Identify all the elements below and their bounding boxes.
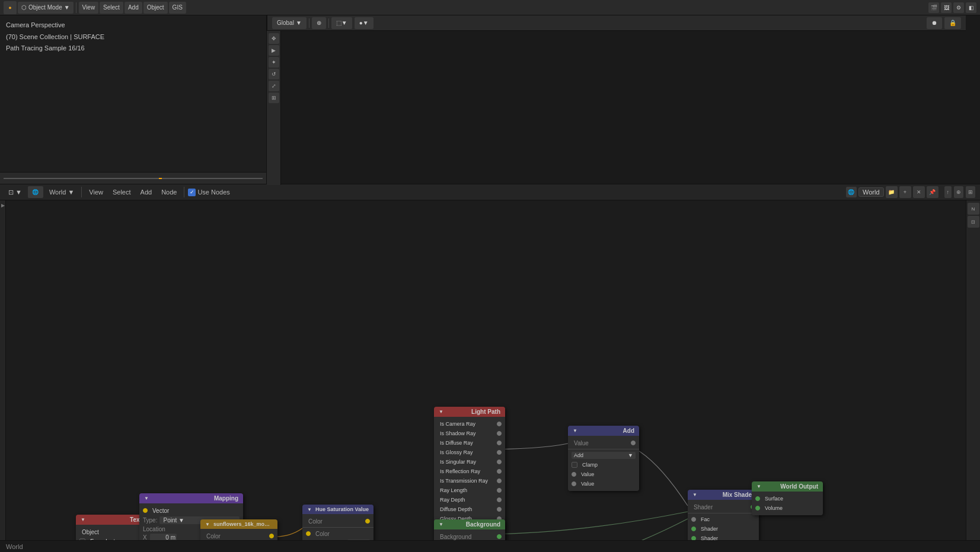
vector-in-label: Vector bbox=[150, 508, 240, 514]
shading-btn[interactable]: ●▼ bbox=[355, 17, 374, 29]
use-nodes-label: Use Nodes bbox=[197, 189, 229, 196]
node-right-panel: N ⊡ bbox=[966, 200, 980, 540]
lt-rotate[interactable]: ↺ bbox=[269, 69, 279, 79]
select-menu[interactable]: Select bbox=[100, 2, 123, 14]
add-menu-node[interactable]: Add bbox=[137, 186, 156, 199]
global-selector[interactable]: Global ▼ bbox=[272, 17, 307, 29]
add-node[interactable]: ▼ Add Value Add ▼ bbox=[568, 426, 639, 491]
mixshader-out-label: Shader bbox=[691, 504, 751, 510]
hue-sat-node-1[interactable]: ▼ Hue Saturation Value Color Color Hue bbox=[302, 505, 374, 540]
world-new-btn[interactable]: + bbox=[899, 186, 911, 198]
worldout-body: Surface Volume bbox=[752, 492, 823, 515]
collapse-arrow[interactable]: ▶ bbox=[1, 203, 5, 208]
bg1-title: Background bbox=[466, 521, 500, 528]
hue1-in: Color bbox=[302, 529, 374, 538]
node-right-2[interactable]: ⊡ bbox=[968, 216, 979, 228]
add-val-out-label: Value bbox=[572, 440, 631, 446]
add-op-dropdown[interactable]: Add ▼ bbox=[572, 452, 636, 459]
loc-x-field[interactable]: 0 m bbox=[150, 534, 177, 540]
lp-camera-row: Is Camera Ray bbox=[434, 419, 505, 429]
background-node-1[interactable]: ▼ Background Background Color Strength bbox=[434, 519, 505, 540]
lightpath-header: ▼ Light Path bbox=[434, 407, 505, 417]
envtex-title: sunflowers_16k_modified.hdr bbox=[213, 521, 273, 527]
node-editor-world-btn[interactable]: World ▼ bbox=[46, 186, 78, 199]
use-nodes-toggle[interactable]: ✓ Use Nodes bbox=[188, 189, 229, 196]
node-menu-node[interactable]: Node bbox=[158, 186, 180, 199]
object-menu[interactable]: Object bbox=[143, 2, 168, 14]
node-zoom-btn[interactable]: ⊕ bbox=[954, 186, 963, 198]
mode-icon: ⬡ bbox=[21, 4, 27, 11]
scene-icon[interactable]: 🎬 bbox=[928, 2, 939, 13]
mode-dropdown-icon: ▼ bbox=[64, 4, 70, 11]
node-editor-world-icon[interactable]: 🌐 bbox=[28, 186, 43, 198]
node-canvas[interactable]: ▼ Texture Coordinate Object From Instanc… bbox=[6, 200, 966, 540]
mixshader-header: ▼ Mix Shader bbox=[688, 490, 759, 500]
node-left-panel: ▶ bbox=[0, 200, 6, 540]
hue1-color-in: Color bbox=[302, 516, 374, 526]
global-label: Global bbox=[277, 20, 294, 26]
lp-raylength-row: Ray Length bbox=[434, 486, 505, 495]
world-name-text: World bbox=[863, 189, 880, 196]
lt-transform[interactable]: ⊞ bbox=[269, 92, 279, 103]
add-title: Add bbox=[623, 427, 634, 434]
node-up-btn[interactable]: ↑ bbox=[944, 186, 952, 198]
lt-scale[interactable]: ⤢ bbox=[269, 81, 279, 91]
node-editor-mode-btn[interactable]: ⊡ ▼ bbox=[5, 186, 25, 199]
from-instancer-checkbox[interactable] bbox=[79, 538, 85, 540]
world-pin-btn[interactable]: 📌 bbox=[927, 186, 938, 198]
world-icon-small: 🌐 bbox=[846, 187, 857, 197]
path-tracing-label: Path Tracing Sample 16/16 bbox=[6, 43, 260, 54]
world-dropdown-icon: ▼ bbox=[68, 189, 74, 196]
type-label: Type: bbox=[143, 517, 157, 524]
clamp-checkbox[interactable] bbox=[572, 462, 577, 468]
add-val1-in: Value bbox=[568, 470, 639, 479]
mixshader-body: Shader Fac Shader Shader bbox=[688, 500, 759, 540]
mixshader-sh1-in: Shader bbox=[688, 524, 759, 534]
cursor-btn[interactable]: ⊕ bbox=[312, 17, 326, 29]
worldout-volume-label: Volume bbox=[762, 505, 819, 511]
mirror-btn[interactable]: 🔒 bbox=[944, 17, 961, 29]
render-icon[interactable]: 🖼 bbox=[941, 2, 952, 13]
lp-camera-socket bbox=[497, 422, 502, 426]
mapping-collapse: ▼ bbox=[144, 496, 149, 501]
gis-menu[interactable]: GIS bbox=[169, 2, 186, 14]
toggle-icon[interactable]: ◧ bbox=[966, 2, 976, 13]
lt-cursor[interactable]: ✥ bbox=[269, 33, 279, 44]
use-nodes-checkbox-icon: ✓ bbox=[188, 189, 196, 196]
lt-grab[interactable]: ✦ bbox=[269, 57, 279, 68]
view-menu-node[interactable]: View bbox=[85, 186, 107, 199]
world-name-field[interactable]: World bbox=[858, 187, 884, 197]
select-menu-node[interactable]: Select bbox=[109, 186, 135, 199]
envtex-color-out bbox=[269, 534, 274, 538]
lp-camera-label: Is Camera Ray bbox=[438, 421, 497, 427]
left-toolbar-3d: ✥ ▶ ✦ ↺ ⤢ ⊞ bbox=[267, 31, 281, 185]
add-body: Value Add ▼ Clamp bbox=[568, 436, 639, 491]
view-menu[interactable]: View bbox=[79, 2, 99, 14]
hue1-in-label: Color bbox=[313, 531, 370, 537]
add-menu[interactable]: Add bbox=[125, 2, 142, 14]
node-right-1[interactable]: N bbox=[968, 203, 979, 215]
env-texture-node[interactable]: ▼ sunflowers_16k_modified.hdr Color bbox=[200, 519, 277, 540]
envtex-header: ▼ sunflowers_16k_modified.hdr bbox=[200, 519, 277, 529]
node-grid-btn[interactable]: ⊞ bbox=[966, 186, 975, 198]
lp-singular-row: Is Singular Ray bbox=[434, 457, 505, 467]
overlay-btn[interactable]: ⬚▼ bbox=[331, 17, 352, 29]
blender-logo[interactable]: ● bbox=[4, 1, 17, 14]
world-close-btn[interactable]: ✕ bbox=[913, 186, 925, 198]
mode-selector[interactable]: ⬡ Object Mode ▼ bbox=[18, 2, 74, 14]
settings-icon[interactable]: ⚙ bbox=[953, 2, 964, 13]
lp-diffusedepth-row: Diffuse Depth bbox=[434, 505, 505, 514]
mix-shader-node[interactable]: ▼ Mix Shader Shader Fac Shader bbox=[688, 490, 759, 540]
mixshader-sh1-label: Shader bbox=[698, 526, 755, 532]
top-menu-bar: ● ⬡ Object Mode ▼ View Select Add Object… bbox=[0, 0, 980, 15]
lp-glossy-row: Is Glossy Ray bbox=[434, 448, 505, 457]
add-dropdown-row: Add ▼ bbox=[568, 451, 639, 460]
keyframe-btn[interactable]: ⏺ bbox=[927, 17, 942, 29]
hue-val[interactable]: 0.520 bbox=[347, 540, 370, 540]
mixshader-sh2-in: Shader bbox=[688, 534, 759, 540]
camera-info-panel: Camera Perspective (70) Scene Collection… bbox=[0, 15, 266, 59]
lt-select[interactable]: ▶ bbox=[269, 45, 279, 56]
add-header: ▼ Add bbox=[568, 426, 639, 436]
world-browse-btn[interactable]: 📁 bbox=[886, 186, 898, 198]
world-output-node[interactable]: ▼ World Output Surface Volume bbox=[752, 481, 823, 515]
